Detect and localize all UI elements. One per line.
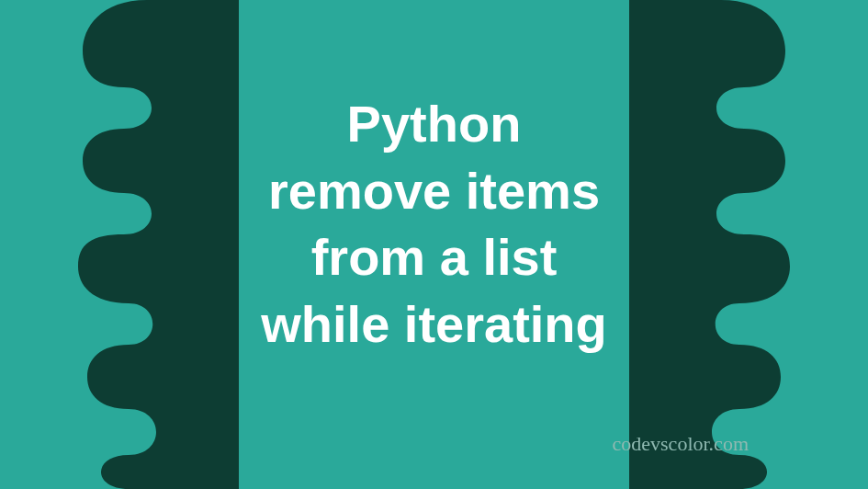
title-line-3: from a list [159, 225, 710, 292]
title-line-1: Python [159, 91, 710, 158]
title-line-2: remove items [159, 158, 710, 225]
banner-title: Python remove items from a list while it… [159, 91, 710, 358]
banner-container: Python remove items from a list while it… [0, 0, 868, 489]
watermark-text: codevscolor.com [613, 432, 749, 456]
title-line-4: while iterating [159, 292, 710, 359]
